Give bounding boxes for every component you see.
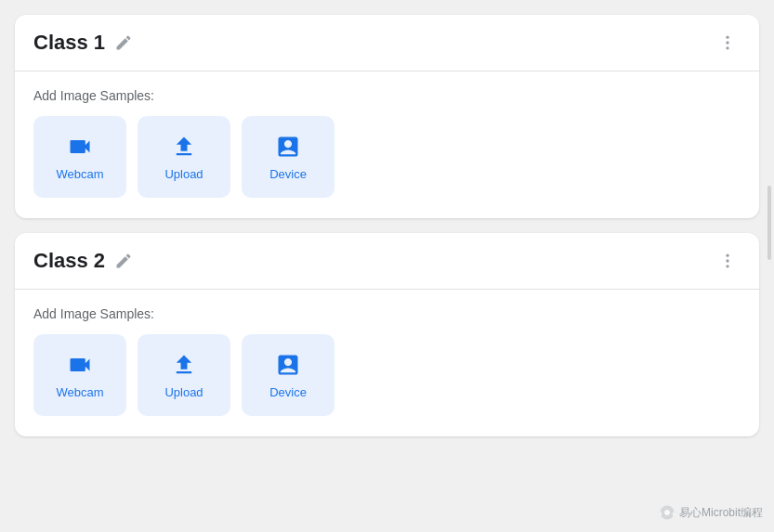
class-1-webcam-label: Webcam [56,167,103,181]
class-1-webcam-button[interactable]: Webcam [33,116,126,198]
class-card-2: Class 2 Add Image Samples: [15,233,759,436]
class-1-device-label: Device [269,167,307,181]
class-1-more-icon[interactable] [715,30,741,56]
class-card-1: Class 1 Add Image Samples: [15,15,759,218]
class-2-sample-buttons: Webcam Upload Device [33,334,741,416]
page-container: Class 1 Add Image Samples: [0,0,774,532]
class-1-add-samples-label: Add Image Samples: [33,88,741,103]
svg-point-1 [726,41,728,44]
class-2-upload-label: Upload [164,385,203,399]
class-2-device-label: Device [269,385,307,399]
scrollbar-hint[interactable] [767,186,771,260]
class-1-upload-label: Upload [164,167,203,181]
class-2-add-samples-label: Add Image Samples: [33,306,741,321]
webcam-icon-2 [67,352,93,378]
svg-point-2 [726,46,728,49]
svg-point-3 [726,254,728,257]
watermark-text: 易心Microbit编程 [679,505,763,521]
class-2-more-icon[interactable] [715,248,741,274]
class-1-upload-button[interactable]: Upload [138,116,230,198]
upload-icon [171,134,197,160]
class-2-upload-button[interactable]: Upload [138,334,230,416]
class-1-edit-icon[interactable] [114,33,133,52]
class-1-sample-buttons: Webcam Upload Device [33,116,741,198]
class-2-edit-icon[interactable] [114,252,133,270]
class-2-device-button[interactable]: Device [242,334,335,416]
upload-icon-2 [171,352,197,378]
watermark-icon [659,504,676,521]
device-icon-2 [275,352,301,378]
class-2-webcam-button[interactable]: Webcam [33,334,126,416]
svg-point-4 [726,259,728,262]
class-1-title-area: Class 1 [33,31,133,55]
class-1-header: Class 1 [15,15,759,71]
device-icon [275,134,301,160]
class-2-webcam-label: Webcam [56,385,103,399]
class-2-header: Class 2 [15,233,759,290]
svg-point-5 [726,265,728,267]
webcam-icon [67,134,93,160]
svg-point-0 [726,36,728,39]
class-2-title-area: Class 2 [33,249,133,273]
class-2-body: Add Image Samples: Webcam Upload [15,290,759,436]
class-2-title: Class 2 [33,249,105,273]
class-1-body: Add Image Samples: Webcam Upload [15,71,759,218]
class-1-title: Class 1 [33,31,105,55]
class-1-device-button[interactable]: Device [242,116,335,198]
watermark: 易心Microbit编程 [659,504,763,521]
